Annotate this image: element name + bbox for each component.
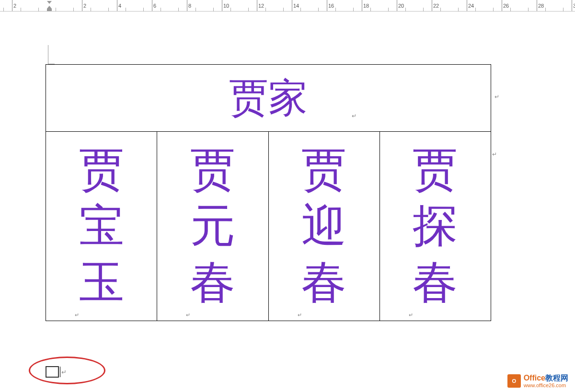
watermark: O Office教程网 www.office26.com: [507, 374, 568, 388]
paragraph-mark-icon: ↵: [61, 369, 67, 376]
ruler-mark: 14: [292, 0, 299, 11]
paragraph-mark-icon: ↵: [494, 93, 499, 100]
table-cell[interactable]: 贾探春 ↵: [380, 132, 491, 321]
document-table[interactable]: 贾家 ↵ ↵ 贾宝玉 ↵ ↵ 贾元春 ↵ 贾迎春 ↵ 贾探春 ↵: [46, 64, 491, 321]
watermark-url: www.office26.com: [524, 382, 568, 388]
table-cell[interactable]: 贾宝玉 ↵ ↵: [46, 132, 157, 321]
watermark-logo-text: O: [512, 378, 516, 384]
table-cell-text: 贾元春: [157, 142, 268, 311]
ruler-mark: 24: [467, 0, 474, 11]
ruler-mark: 8: [187, 0, 191, 11]
table-header-text: 贾家: [229, 76, 308, 120]
ruler-mark: 26: [502, 0, 509, 11]
indent-marker-icon[interactable]: [47, 1, 52, 11]
table-cell[interactable]: 贾元春 ↵: [157, 132, 268, 321]
watermark-text: Office教程网 www.office26.com: [524, 374, 568, 388]
watermark-brand-blue: 教程网: [545, 374, 568, 382]
table-row: 贾家 ↵ ↵: [46, 65, 491, 132]
ruler-mark: 2: [82, 0, 86, 11]
text-cursor-position[interactable]: ↵: [46, 366, 67, 378]
table-cell-text: 贾宝玉: [46, 142, 157, 311]
table-cell-text: 贾迎春: [269, 142, 380, 311]
ruler-mark: 12: [257, 0, 264, 11]
placeholder-box-icon: [46, 366, 59, 378]
ruler-mark: 2: [12, 0, 16, 11]
paragraph-mark-icon: ↵: [75, 312, 79, 319]
paragraph-mark-icon: ↵: [352, 113, 356, 119]
horizontal-ruler[interactable]: 224681012141618202224262830: [0, 0, 575, 12]
paragraph-mark-icon: ↵: [409, 312, 413, 319]
table-cell-text: 贾探春: [380, 142, 491, 311]
ruler-mark: 10: [222, 0, 229, 11]
paragraph-mark-icon: ↵: [298, 312, 302, 319]
ruler-mark: 4: [117, 0, 121, 11]
text-caret-icon: [60, 367, 60, 377]
table-cell[interactable]: 贾迎春 ↵: [268, 132, 380, 321]
page-margin-corner-icon: [48, 45, 55, 64]
annotation-callout-ellipse: [29, 357, 105, 384]
ruler-mark: 28: [537, 0, 544, 11]
table-row: 贾宝玉 ↵ ↵ 贾元春 ↵ 贾迎春 ↵ 贾探春 ↵: [46, 132, 491, 321]
paragraph-mark-icon: ↵: [186, 312, 190, 319]
document-page[interactable]: 贾家 ↵ ↵ 贾宝玉 ↵ ↵ 贾元春 ↵ 贾迎春 ↵ 贾探春 ↵: [0, 12, 575, 392]
ruler-mark: 18: [362, 0, 369, 11]
ruler-mark: 22: [432, 0, 439, 11]
ruler-mark: 30: [572, 0, 575, 11]
ruler-mark: 6: [152, 0, 156, 11]
ruler-mark: 16: [327, 0, 334, 11]
watermark-brand-orange: Office: [524, 374, 545, 382]
paragraph-mark-icon: ↵: [492, 151, 497, 158]
ruler-mark: 20: [397, 0, 404, 11]
watermark-logo-icon: O: [507, 374, 521, 388]
table-header-cell[interactable]: 贾家 ↵ ↵: [46, 65, 491, 132]
